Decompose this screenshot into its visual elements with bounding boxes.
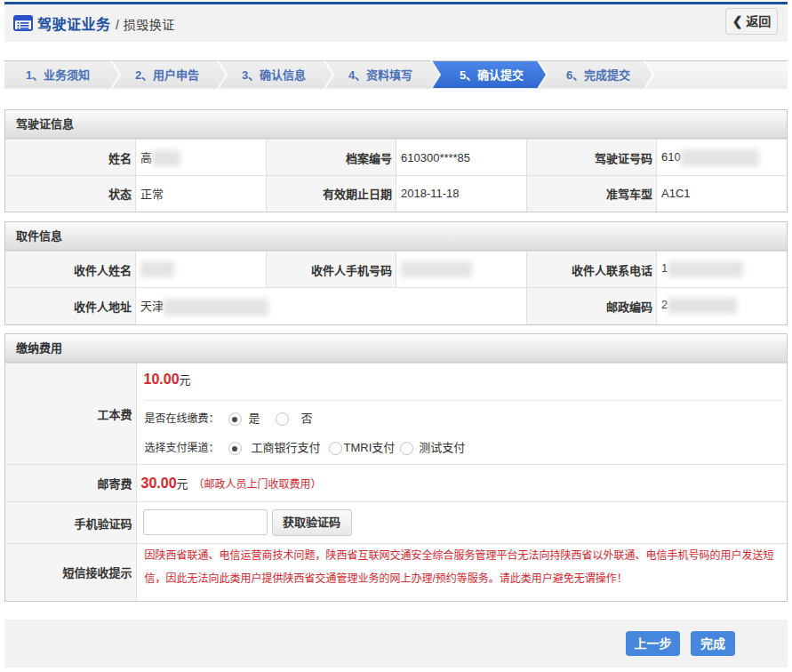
svg-text:3、确认信息: 3、确认信息: [242, 68, 306, 82]
svg-text:2、用户申告: 2、用户申告: [135, 68, 199, 82]
svg-text:6、完成提交: 6、完成提交: [566, 68, 630, 82]
svg-text:5、确认提交: 5、确认提交: [460, 68, 524, 82]
svg-text:4、资料填写: 4、资料填写: [348, 68, 412, 82]
svg-text:1、业务须知: 1、业务须知: [26, 68, 90, 82]
